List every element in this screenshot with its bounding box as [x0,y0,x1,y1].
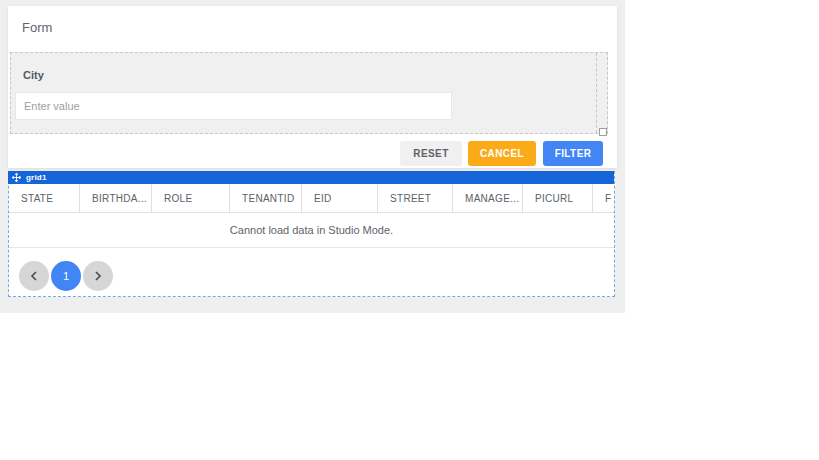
form-title: Form [22,20,52,35]
form-drop-zone[interactable]: City [10,52,608,134]
drop-zone-divider [596,53,597,133]
city-field-label: City [23,69,44,81]
column-header[interactable]: STATE [9,184,80,212]
grid-widget-label: grid1 [26,173,47,182]
column-header[interactable]: PICURL [523,184,593,212]
studio-canvas: Form City RESET CANCEL FILTER [0,0,819,460]
form-widget[interactable]: Form City RESET CANCEL FILTER [8,6,617,168]
grid-empty-message: Cannot load data in Studio Mode. [230,224,393,236]
column-header[interactable]: EID [302,184,378,212]
pagination-page-1-button[interactable]: 1 [51,261,81,291]
column-header[interactable]: BIRTHDA... [80,184,152,212]
cancel-button[interactable]: CANCEL [468,141,536,166]
grid-empty-row: Cannot load data in Studio Mode. [9,213,614,248]
editor-canvas: Form City RESET CANCEL FILTER [0,0,625,313]
column-header[interactable]: TENANTID [230,184,302,212]
column-header[interactable]: F [593,184,614,212]
column-header[interactable]: MANAGE... [453,184,523,212]
grid-widget-handle[interactable]: grid1 [8,171,614,184]
column-header[interactable]: ROLE [152,184,230,212]
pagination-next-button[interactable] [83,261,113,291]
reset-button[interactable]: RESET [400,141,462,166]
grid-pagination: 1 [19,261,113,291]
grid-header-row: STATEBIRTHDA...ROLETENANTIDEIDSTREETMANA… [9,184,614,213]
chevron-right-icon [94,271,102,281]
chevron-left-icon [30,271,38,281]
move-icon [12,173,21,182]
column-header[interactable]: STREET [378,184,453,212]
filter-button[interactable]: FILTER [543,141,603,166]
city-input[interactable] [15,92,452,120]
pagination-prev-button[interactable] [19,261,49,291]
resize-handle[interactable] [599,128,607,136]
grid-widget[interactable]: grid1 STATEBIRTHDA...ROLETENANTIDEIDSTRE… [8,171,615,297]
